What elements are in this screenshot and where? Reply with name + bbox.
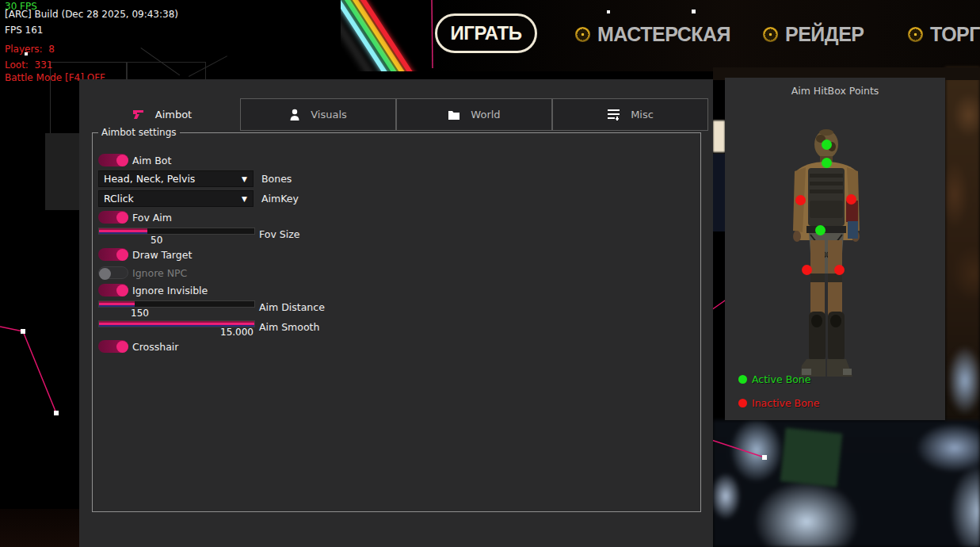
draw-target-label: Draw Target bbox=[132, 249, 192, 261]
hitbox-panel-title: Aim HitBox Points bbox=[725, 85, 945, 97]
tab-label: Aimbot bbox=[155, 109, 192, 120]
ignore-invisible-label: Ignore Invisible bbox=[132, 285, 208, 296]
aim-distance-label: Aim Distance bbox=[259, 301, 325, 313]
hud-loot-label: Loot: 331 bbox=[5, 59, 52, 71]
esp-node bbox=[607, 10, 610, 13]
bones-dropdown-value: Head, Neck, Pelvis bbox=[99, 173, 195, 185]
aim-bot-toggle[interactable] bbox=[98, 154, 128, 166]
aim-smooth-label: Aim Smooth bbox=[259, 321, 319, 333]
hitbox-dot-head[interactable] bbox=[822, 140, 832, 150]
inactive-bone-dot-icon bbox=[738, 399, 747, 407]
legend-active-bone: Active Bone bbox=[738, 373, 810, 385]
fov-aim-toggle[interactable] bbox=[98, 211, 128, 224]
aim-bot-label: Aim Bot bbox=[132, 155, 171, 166]
hud-build-label: [ARC] Build (Dec 28 2025, 09:43:38) bbox=[5, 9, 178, 20]
background-window-glow bbox=[949, 337, 980, 428]
menu-item-label: ТОРГО bbox=[930, 23, 980, 46]
aimkey-dropdown[interactable]: RClick ▼ bbox=[98, 190, 254, 207]
hud-players-label: Players: 8 bbox=[5, 44, 55, 55]
coin-icon bbox=[763, 27, 778, 42]
hitbox-dot-neck[interactable] bbox=[822, 158, 832, 168]
ignore-npc-label: Ignore NPC bbox=[132, 267, 187, 279]
background-scene-bottom bbox=[713, 420, 980, 547]
crosshair-toggle-row: Crosshair bbox=[98, 340, 178, 353]
bones-label: Bones bbox=[261, 173, 292, 185]
fov-size-slider[interactable] bbox=[98, 228, 255, 235]
aim-distance-value: 150 bbox=[131, 308, 149, 319]
chevron-down-icon: ▼ bbox=[242, 195, 247, 203]
menu-item-label: МАСТЕРСКАЯ bbox=[597, 23, 730, 46]
crosshair-label: Crosshair bbox=[132, 341, 178, 353]
legend-label: Active Bone bbox=[752, 373, 810, 385]
hitbox-dot-left-thigh[interactable] bbox=[802, 265, 812, 275]
ignore-npc-toggle-row: Ignore NPC bbox=[98, 266, 187, 279]
hitbox-dot-left-shoulder[interactable] bbox=[795, 195, 806, 205]
tab-world[interactable]: World bbox=[396, 98, 552, 131]
tab-misc[interactable]: Misc bbox=[552, 98, 708, 131]
cheat-menu-panel: Aimbot Visuals World Misc Aimbot setting… bbox=[79, 79, 713, 547]
tab-label: World bbox=[471, 109, 500, 120]
background-strip-navy bbox=[713, 154, 725, 231]
ignore-invisible-toggle-row: Ignore Invisible bbox=[98, 284, 208, 296]
legend-label: Inactive Bone bbox=[752, 397, 819, 409]
coin-icon bbox=[908, 27, 923, 42]
aimkey-label: AimKey bbox=[261, 193, 299, 205]
ignore-npc-toggle[interactable] bbox=[98, 266, 128, 279]
fov-aim-label: Fov Aim bbox=[132, 212, 172, 224]
draw-target-toggle[interactable] bbox=[98, 248, 128, 261]
aim-distance-slider[interactable] bbox=[98, 300, 255, 308]
hitbox-dot-right-shoulder[interactable] bbox=[846, 194, 856, 205]
fov-aim-toggle-row: Fov Aim bbox=[98, 211, 172, 224]
tab-visuals[interactable]: Visuals bbox=[240, 98, 396, 131]
bones-dropdown[interactable]: Head, Neck, Pelvis ▼ bbox=[98, 170, 254, 187]
menu-item-raider[interactable]: РЕЙДЕР bbox=[763, 22, 864, 46]
aim-bot-toggle-row: Aim Bot bbox=[98, 154, 171, 166]
menu-item-label: РЕЙДЕР bbox=[785, 23, 864, 46]
person-icon bbox=[289, 109, 300, 120]
hud-fps-label: FPS 161 bbox=[5, 25, 43, 36]
background-exit-sign bbox=[780, 427, 843, 487]
play-button[interactable]: ИГРАТЬ bbox=[435, 13, 537, 53]
sliders-icon bbox=[607, 109, 620, 120]
coin-icon bbox=[575, 27, 590, 42]
tab-aimbot[interactable]: Aimbot bbox=[84, 98, 240, 131]
esp-node bbox=[692, 10, 696, 13]
gun-icon bbox=[132, 109, 145, 120]
group-title: Aimbot settings bbox=[98, 127, 180, 138]
menu-item-workshop[interactable]: МАСТЕРСКАЯ bbox=[575, 22, 730, 46]
background-strip-cream bbox=[713, 120, 725, 152]
background-floor bbox=[0, 509, 79, 547]
neon-rainbow-sign bbox=[341, 0, 434, 71]
hitbox-dot-pelvis[interactable] bbox=[815, 225, 826, 235]
hitbox-panel: Aim HitBox Points bbox=[725, 78, 945, 420]
folder-icon bbox=[448, 109, 460, 120]
fov-size-value: 50 bbox=[151, 235, 162, 246]
fov-size-label: Fov Size bbox=[259, 228, 299, 240]
tab-label: Misc bbox=[631, 109, 654, 120]
aim-smooth-value: 15.000 bbox=[220, 327, 254, 338]
hitbox-dot-right-thigh[interactable] bbox=[834, 265, 845, 275]
tab-label: Visuals bbox=[311, 109, 347, 120]
draw-target-toggle-row: Draw Target bbox=[98, 248, 192, 261]
legend-inactive-bone: Inactive Bone bbox=[738, 397, 819, 409]
aimkey-dropdown-value: RClick bbox=[99, 193, 134, 205]
crosshair-toggle[interactable] bbox=[98, 340, 128, 353]
chevron-down-icon: ▼ bbox=[242, 175, 247, 183]
menu-item-trade[interactable]: ТОРГО bbox=[908, 22, 980, 46]
active-bone-dot-icon bbox=[738, 375, 747, 384]
ignore-invisible-toggle[interactable] bbox=[98, 284, 128, 296]
